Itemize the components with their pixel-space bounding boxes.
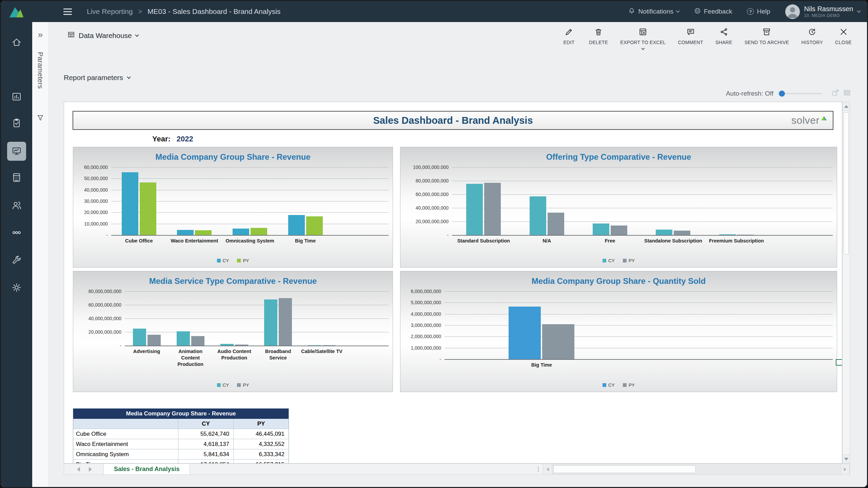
delete-button[interactable]: DELETE (589, 27, 608, 45)
chevron-down-icon (135, 33, 139, 37)
data-source-selector[interactable]: Data Warehouse (67, 31, 138, 40)
legend-item: CY (217, 383, 229, 388)
parameters-rail: » Parameters (32, 22, 49, 487)
view-icons (832, 89, 851, 98)
year-value: 2022 (177, 135, 193, 143)
export-to-excel-button[interactable]: EXPORT TO EXCEL (620, 27, 666, 50)
user-menu[interactable]: Nils Rasmussen 10. Media Demo (785, 4, 860, 19)
pencil-icon (565, 27, 573, 37)
feedback-button[interactable]: Feedback (694, 7, 732, 16)
auto-refresh-slider[interactable] (779, 93, 822, 94)
table-row: Waco Entertainment4,618,1374,332,552 (73, 439, 289, 449)
notifications-button[interactable]: Notifications (628, 7, 679, 16)
scroll-right-button[interactable] (840, 464, 850, 474)
bar-group (222, 167, 278, 235)
slider-knob[interactable] (779, 91, 785, 97)
close-label: CLOSE (835, 40, 852, 45)
table-column-header: CY (178, 419, 234, 429)
sheet-tab[interactable]: Sales - Brand Analysis (103, 464, 190, 474)
y-tick-label: - (439, 356, 441, 362)
sidebar-item-settings[interactable] (7, 278, 26, 297)
y-tick-label: 10,000,000 (84, 221, 108, 227)
bar-py (542, 324, 574, 359)
menu-button[interactable] (63, 8, 72, 15)
sidebar-item-tools[interactable] (7, 251, 26, 270)
category-label: Free (578, 235, 642, 244)
category-axis: Cube OfficeWaco EntertainmentOmnicasting… (111, 235, 333, 244)
send-to-archive-button[interactable]: SEND TO ARCHIVE (745, 27, 789, 45)
horizontal-scroll-track[interactable] (552, 464, 840, 474)
legend-swatch (237, 383, 241, 387)
legend-swatch (623, 259, 627, 262)
horizontal-scroll-thumb[interactable] (553, 465, 696, 473)
legend-label: PY (629, 258, 635, 263)
bar-py (140, 182, 156, 235)
previous-sheet-button[interactable] (77, 467, 80, 472)
y-axis: 6,000,000,0005,000,000,0004,000,000,0003… (400, 291, 445, 359)
user-name: Nils Rasmussen (804, 5, 853, 13)
sidebar-item-live-reporting[interactable] (7, 142, 26, 161)
report-viewport: Sales Dashboard - Brand Analysis solver … (64, 102, 850, 475)
legend-item: CY (603, 383, 615, 388)
sidebar-item-tasks[interactable] (7, 114, 26, 133)
table-cell: 17,610,854 (178, 460, 234, 464)
nodes-icon (11, 227, 22, 239)
sidebar-item-users[interactable] (7, 196, 26, 215)
y-tick-label: 40,000,000 (84, 187, 108, 193)
bar-groups (125, 291, 344, 346)
triangle-right-icon (844, 468, 846, 471)
chevron-down-icon[interactable] (641, 47, 645, 50)
report-title: Sales Dashboard - Brand Analysis (373, 115, 533, 126)
report-parameters-toggle[interactable]: Report parameters (64, 74, 130, 82)
help-button[interactable]: ? Help (747, 8, 770, 15)
legend-label: CY (608, 383, 615, 388)
next-sheet-button[interactable] (89, 467, 92, 472)
scroll-down-button[interactable] (843, 454, 850, 463)
year-label: Year: (152, 135, 171, 143)
legend-swatch (603, 383, 606, 387)
chart-panel-revenue-share: Media Company Group Share - Revenue 60,0… (73, 147, 393, 268)
bar-group (642, 167, 705, 235)
expand-view-icon[interactable] (832, 89, 839, 98)
sidebar-item-home[interactable] (7, 33, 26, 52)
breadcrumb-live-reporting[interactable]: Live Reporting (87, 7, 133, 16)
expand-parameters-button[interactable]: » (38, 30, 43, 40)
sidebar-item-integrations[interactable] (7, 223, 26, 242)
grid-view-icon[interactable] (843, 89, 851, 98)
y-tick-label: 5,000,000,000 (411, 300, 441, 305)
bar-cy (719, 234, 736, 235)
scroll-left-button[interactable] (543, 464, 552, 474)
bar-py (191, 336, 204, 346)
comment-button[interactable]: COMMENT (678, 27, 703, 45)
bar-cy (530, 196, 546, 235)
tab-splitter-handle[interactable] (538, 467, 539, 472)
bar-py (674, 231, 690, 235)
horizontal-scrollbar[interactable] (543, 464, 850, 474)
y-tick-label: 40,000,000,000 (416, 205, 449, 211)
vertical-scroll-thumb[interactable] (844, 112, 849, 255)
gridline (452, 235, 833, 236)
sidebar-item-budgeting[interactable] (7, 168, 26, 187)
share-button[interactable]: SHARE (715, 27, 732, 45)
triangle-down-icon (844, 458, 848, 461)
scroll-up-button[interactable] (843, 102, 850, 111)
filter-icon[interactable] (37, 114, 44, 123)
bar-group (256, 291, 300, 346)
legend-swatch (217, 383, 221, 387)
app-logo[interactable] (9, 5, 24, 20)
legend-item: CY (603, 258, 615, 263)
history-button[interactable]: HISTORY (801, 27, 823, 45)
table-cell: 6,333,342 (234, 449, 289, 459)
close-button[interactable]: CLOSE (835, 27, 852, 45)
bar-cy (177, 331, 190, 346)
chart-panel-service-type: Media Service Type Comparative - Revenue… (73, 271, 393, 392)
vertical-scrollbar[interactable] (842, 102, 850, 464)
bar-cy (264, 299, 277, 346)
smiley-icon (694, 7, 701, 16)
solver-logo-triangle (821, 115, 827, 121)
y-tick-label: 6,000,000,000 (411, 289, 441, 294)
edit-button[interactable]: EDIT (561, 27, 577, 45)
sidebar-item-reports[interactable] (7, 87, 26, 106)
archive-label: SEND TO ARCHIVE (745, 40, 789, 45)
bar-py (235, 345, 248, 346)
